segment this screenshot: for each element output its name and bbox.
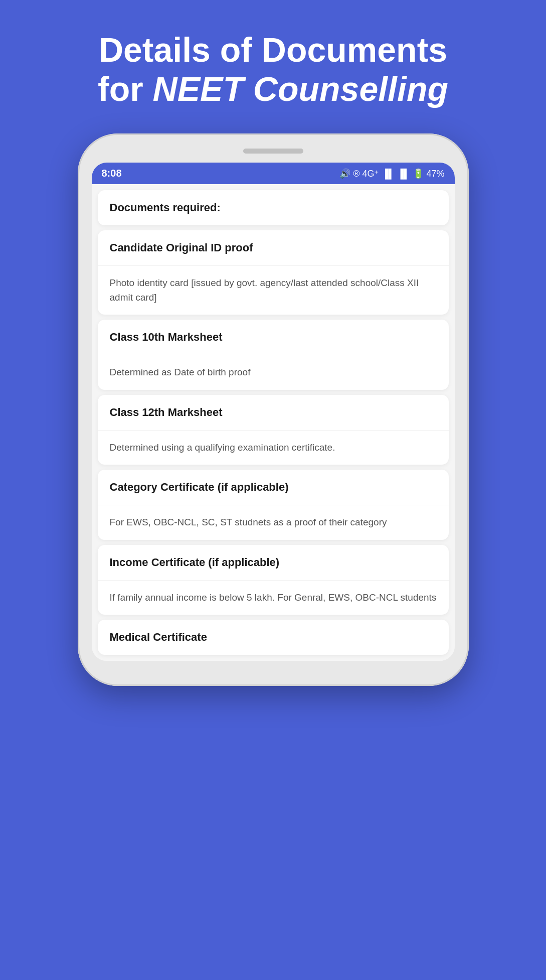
documents-required-label: Documents required: bbox=[110, 201, 221, 214]
phone-notch bbox=[243, 149, 303, 154]
doc-card-3-body: Determined using a qualifying examinatio… bbox=[98, 431, 449, 465]
doc-card-1-description: Photo identity card [issued by govt. age… bbox=[110, 277, 419, 303]
doc-card-5-description: If family annual income is below 5 lakh.… bbox=[110, 592, 437, 603]
doc-card-1: Candidate Original ID proof Photo identi… bbox=[98, 230, 449, 315]
doc-card-5: Income Certificate (if applicable) If fa… bbox=[98, 545, 449, 615]
doc-card-3-description: Determined using a qualifying examinatio… bbox=[110, 442, 335, 453]
phone-screen: 8:08 🔊 ® 4G⁺ ▐▌ ▐▌ 🔋 47% Documents requi… bbox=[92, 163, 455, 661]
doc-card-4-description: For EWS, OBC-NCL, SC, ST studnets as a p… bbox=[110, 517, 387, 527]
doc-card-5-header: Income Certificate (if applicable) bbox=[98, 545, 449, 581]
doc-card-4: Category Certificate (if applicable) For… bbox=[98, 470, 449, 540]
doc-card-3-header: Class 12th Marksheet bbox=[98, 395, 449, 431]
doc-card-2-body: Determined as Date of birth proof bbox=[98, 355, 449, 390]
doc-card-1-title: Candidate Original ID proof bbox=[110, 241, 253, 254]
doc-card-5-body: If family annual income is below 5 lakh.… bbox=[98, 581, 449, 615]
doc-card-1-header: Candidate Original ID proof bbox=[98, 230, 449, 266]
doc-card-6-title: Medical Certificate bbox=[110, 631, 207, 643]
battery-indicator: 🔋 47% bbox=[413, 168, 444, 179]
doc-card-2-description: Determined as Date of birth proof bbox=[110, 367, 251, 377]
doc-card-5-title: Income Certificate (if applicable) bbox=[110, 556, 280, 569]
doc-card-1-body: Photo identity card [issued by govt. age… bbox=[98, 266, 449, 315]
content-area: Documents required: Candidate Original I… bbox=[92, 184, 455, 661]
doc-card-3: Class 12th Marksheet Determined using a … bbox=[98, 395, 449, 465]
doc-card-2-header: Class 10th Marksheet bbox=[98, 320, 449, 355]
network-icons: 🔊 ® 4G⁺ ▐▌ ▐▌ bbox=[339, 168, 410, 179]
doc-card-4-header: Category Certificate (if applicable) bbox=[98, 470, 449, 505]
status-bar-indicators: 🔊 ® 4G⁺ ▐▌ ▐▌ 🔋 47% bbox=[339, 168, 444, 179]
page-title: Details of Documents for NEET Counsellin… bbox=[20, 30, 526, 108]
status-bar-time: 8:08 bbox=[102, 168, 122, 179]
doc-card-4-title: Category Certificate (if applicable) bbox=[110, 481, 289, 493]
status-bar: 8:08 🔊 ® 4G⁺ ▐▌ ▐▌ 🔋 47% bbox=[92, 163, 455, 184]
doc-card-2: Class 10th Marksheet Determined as Date … bbox=[98, 320, 449, 390]
doc-card-4-body: For EWS, OBC-NCL, SC, ST studnets as a p… bbox=[98, 505, 449, 540]
doc-card-3-title: Class 12th Marksheet bbox=[110, 406, 223, 418]
documents-required-card: Documents required: bbox=[98, 190, 449, 225]
phone-mockup: 8:08 🔊 ® 4G⁺ ▐▌ ▐▌ 🔋 47% Documents requi… bbox=[78, 133, 469, 686]
doc-card-2-title: Class 10th Marksheet bbox=[110, 331, 223, 343]
doc-card-6: Medical Certificate bbox=[98, 620, 449, 655]
